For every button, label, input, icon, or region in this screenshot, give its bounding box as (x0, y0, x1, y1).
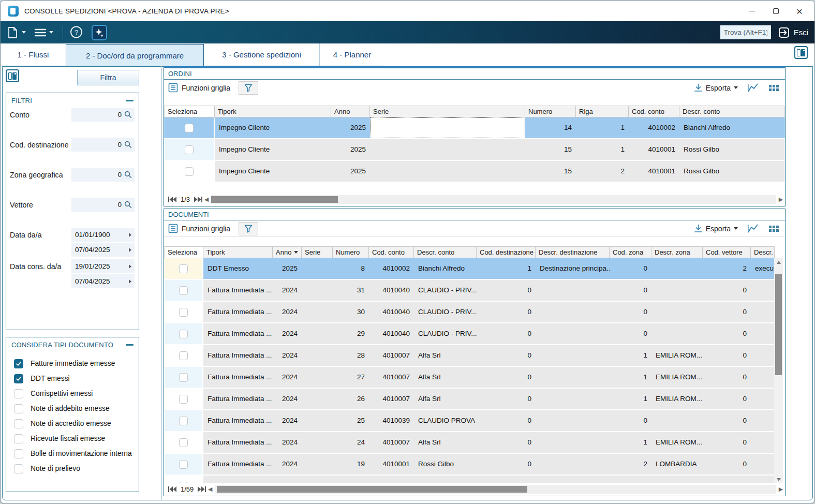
table-row[interactable]: Impegno Cliente20251514010001Rossi Gilbo (164, 139, 785, 161)
grid-cell-cod-destinazione[interactable]: 0 (477, 302, 536, 322)
grid-cell-descr-conto[interactable]: Bianchi Alfredo (679, 117, 785, 138)
column-header-descr-vet[interactable]: Descr. vet (751, 246, 775, 258)
grid-cell-serie[interactable] (302, 389, 333, 409)
grid-cell-descr-conto[interactable]: Rossi Gilbo (679, 139, 785, 160)
doc-type-item-fatture-immediate-emesse[interactable]: Fatture immediate emesse (9, 356, 136, 371)
grid-cell-anno[interactable]: 2024 (273, 410, 302, 431)
grid-cell-tipork[interactable]: Impegno Cliente (215, 117, 331, 138)
grid-cell-cod-zona[interactable]: 1 (610, 345, 651, 366)
column-header-cod-conto[interactable]: Cod. conto (369, 246, 414, 258)
column-header-cod-vettore[interactable]: Cod. vettore (703, 246, 751, 258)
column-header-cod-conto[interactable]: Cod. conto (629, 106, 679, 117)
column-header-descr-zona[interactable]: Descr. zona (651, 246, 703, 258)
column-header-descr-conto[interactable]: Descr. conto (414, 246, 477, 258)
zona-geografica-field[interactable]: 0 (71, 168, 135, 182)
table-row[interactable]: Fattura Immediata ...2024274010007Alfa S… (164, 367, 785, 389)
grid-cell-tipork[interactable]: Fattura Immediata ... (203, 302, 273, 322)
checkbox-unchecked[interactable] (14, 389, 23, 398)
menu-button[interactable] (34, 28, 53, 37)
grid-cell-descr-conto[interactable]: CLAUDIO - PRIV... (414, 302, 477, 322)
table-row[interactable]: Fattura Immediata ...2024254010039CLAUDI… (164, 410, 785, 432)
collapse-sidebar-button[interactable] (6, 69, 19, 82)
grid-cell-serie[interactable] (302, 302, 333, 322)
column-header-serie[interactable]: Serie (370, 106, 525, 117)
conto-field[interactable]: 0 (71, 108, 135, 122)
grid-cell-numero[interactable]: 19 (333, 454, 369, 475)
expand-date-icon[interactable] (129, 264, 131, 269)
grid-cell-cod-vettore[interactable]: 0 (703, 280, 751, 301)
grid-cell-descr-conto[interactable]: Rossi Gilbo (679, 161, 785, 182)
scroll-up-button[interactable] (774, 258, 783, 266)
grid-cell-numero[interactable]: 26 (333, 389, 369, 409)
grid-cell-descr-zona[interactable] (651, 302, 703, 322)
grid-cell-serie[interactable] (302, 476, 333, 484)
grid-cell-cod-zona[interactable]: 0 (610, 258, 651, 279)
column-header-anno[interactable]: Anno (331, 106, 370, 117)
column-header-tipork[interactable]: Tipork (215, 106, 331, 117)
grid-cell-cod-zona[interactable]: 1 (610, 389, 651, 409)
tab-2-doc-ord-da-programmare[interactable]: 2 - Doc/ord da programmare (66, 44, 204, 66)
grid-cell-cod-destinazione[interactable]: 0 (477, 280, 536, 301)
grid-cell-descr-destinazione[interactable] (536, 323, 610, 344)
grid-cell-anno[interactable]: 2025 (331, 139, 370, 160)
first-page-button[interactable] (168, 197, 177, 202)
export-button[interactable]: Esporta (694, 224, 738, 233)
grid-cell-serie[interactable] (302, 258, 333, 279)
scroll-left-button[interactable]: ◀ (203, 196, 210, 203)
grid-cell-descr-conto[interactable]: Alfa Srl (414, 367, 477, 388)
grid-cell-numero[interactable]: 29 (333, 323, 369, 344)
grid-cell-cod-conto[interactable]: 4010040 (369, 323, 414, 344)
grid-cell-anno[interactable]: 2024 (273, 280, 302, 301)
filter-grid-button[interactable] (239, 81, 258, 95)
grid-cell-cod-zona[interactable]: 0 (610, 280, 651, 301)
grid-cell-serie[interactable] (370, 161, 525, 182)
grid-cell-anno[interactable]: 2024 (273, 432, 302, 453)
grid-cell-descr-vet[interactable] (751, 345, 775, 366)
date-field[interactable]: 01/01/1900 (71, 228, 135, 242)
grid-cell-descr-destinazione[interactable] (536, 432, 610, 453)
grid-cell-descr-conto[interactable]: Rossi Gilbo (414, 476, 477, 484)
grid-cell-cod-destinazione[interactable]: 1 (477, 258, 536, 279)
grid-cell-cod-vettore[interactable]: 0 (703, 454, 751, 475)
grid-cell-anno[interactable]: 2024 (273, 389, 302, 409)
grid-cell-serie[interactable] (302, 367, 333, 388)
doc-type-item-bolle-di-movimentazione-interna[interactable]: Bolle di movimentazione interna (9, 446, 136, 461)
grid-cell-cod-conto[interactable]: 4010001 (369, 454, 414, 475)
checkbox-unchecked[interactable] (14, 434, 23, 443)
grid-cell-descr-zona[interactable]: LOMBARDIA (651, 476, 703, 484)
grid-cell-tipork[interactable]: Fattura Immediata ... (203, 410, 273, 431)
column-header-numero[interactable]: Numero (525, 106, 576, 117)
grid-cell-cod-destinazione[interactable]: 0 (477, 323, 536, 344)
grid-cell-descr-conto[interactable]: CLAUDIO PROVA (414, 410, 477, 431)
exit-button[interactable]: Esci (778, 26, 808, 39)
scroll-left-button[interactable]: ◀ (206, 486, 214, 493)
grid-cell-cod-vettore[interactable]: 0 (703, 302, 751, 322)
chart-icon[interactable] (747, 83, 760, 93)
grid-cell-cod-conto[interactable]: 4010040 (369, 302, 414, 322)
checkbox-unchecked[interactable] (14, 464, 23, 473)
expand-date-icon[interactable] (129, 233, 131, 237)
grid-cell-descr-zona[interactable]: EMILIA ROM... (651, 389, 703, 409)
grid-cell-numero[interactable]: 31 (333, 280, 369, 301)
table-row[interactable]: Fattura Immediata ...2024284010007Alfa S… (164, 345, 785, 367)
last-page-button[interactable] (194, 197, 203, 202)
grid-cell-numero[interactable]: 25 (333, 410, 369, 431)
column-header-descr-conto[interactable]: Descr. conto (679, 106, 785, 117)
assistant-button[interactable] (92, 25, 107, 40)
grid-cell-descr-destinazione[interactable] (536, 345, 610, 366)
doc-type-item-ricevute-fiscali-emesse[interactable]: Ricevute fiscali emesse (9, 431, 136, 446)
tab-1-flussi[interactable]: 1 - Flussi (1, 43, 66, 66)
checkbox-checked[interactable] (14, 374, 23, 383)
expand-date-icon[interactable] (129, 279, 131, 284)
grid-cell-serie[interactable] (302, 280, 333, 301)
grid-cell-cod-zona[interactable]: 2 (610, 454, 651, 475)
grid-cell-cod-conto[interactable]: 4010040 (369, 280, 414, 301)
table-row[interactable]: Fattura Immediata ...2024184010001Rossi … (164, 476, 785, 484)
grid-cell-cod-destinazione[interactable]: 0 (477, 389, 536, 409)
grid-cell-descr-conto[interactable]: CLAUDIO - PRIV... (414, 280, 477, 301)
cod-destinazione-field[interactable]: 0 (71, 138, 135, 152)
grid-cell-descr-zona[interactable] (651, 410, 703, 431)
column-header-serie[interactable]: Serie (302, 246, 333, 258)
date-field[interactable]: 19/01/2025 (71, 259, 135, 273)
grid-cell-descr-destinazione[interactable] (536, 410, 610, 431)
